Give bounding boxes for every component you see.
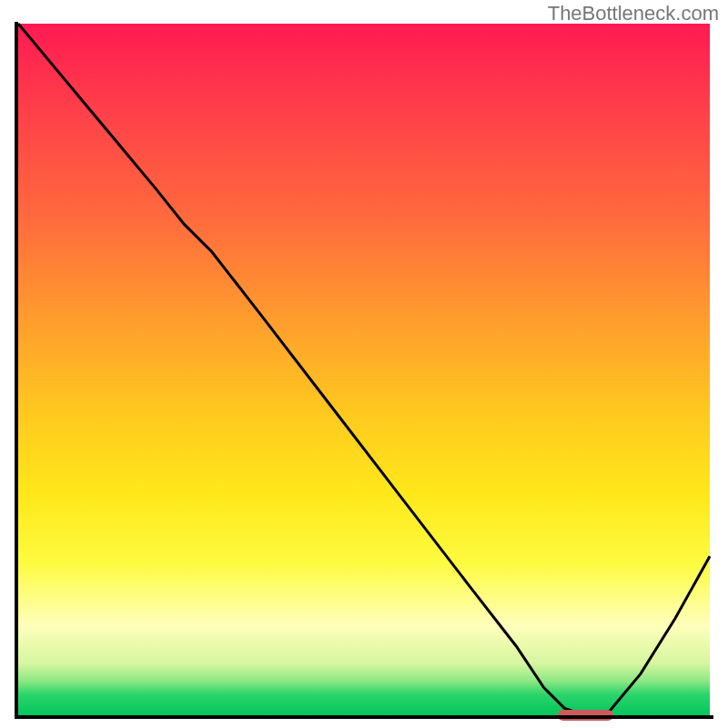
bottleneck-chart: TheBottleneck.com <box>0 0 728 728</box>
x-axis <box>15 715 713 719</box>
bottleneck-curve <box>18 24 710 715</box>
plot-area <box>18 24 710 715</box>
watermark-text: TheBottleneck.com <box>548 2 719 25</box>
y-axis <box>15 22 18 719</box>
curve-svg <box>18 24 710 715</box>
